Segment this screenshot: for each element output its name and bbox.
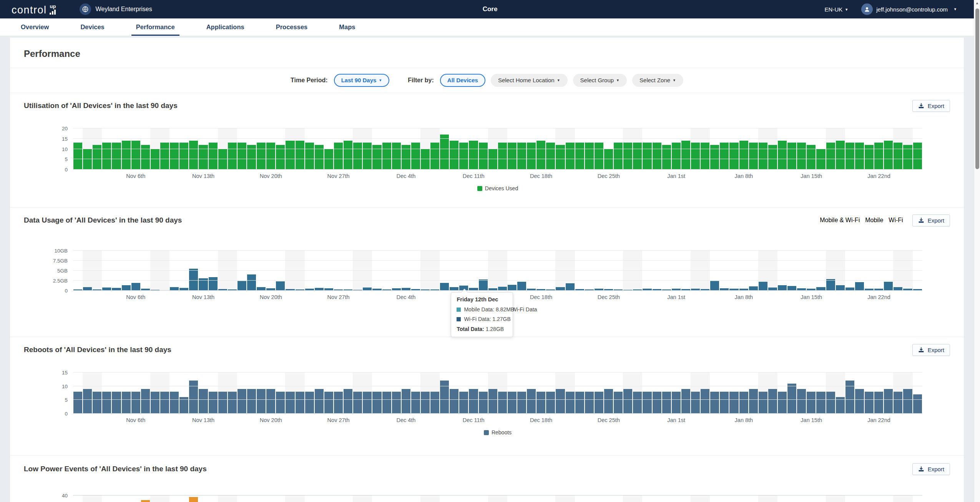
bar[interactable] — [411, 143, 420, 170]
day-column[interactable] — [835, 251, 845, 291]
bar[interactable] — [459, 392, 468, 414]
day-column[interactable] — [671, 495, 681, 502]
day-column[interactable] — [517, 495, 527, 502]
day-column[interactable] — [420, 251, 430, 291]
day-column[interactable] — [237, 372, 247, 414]
bar[interactable] — [701, 389, 709, 414]
day-column[interactable] — [478, 372, 488, 414]
bar[interactable] — [459, 143, 468, 170]
day-column[interactable] — [855, 372, 864, 414]
export-button[interactable]: Export — [912, 344, 950, 356]
day-column[interactable] — [623, 251, 633, 291]
day-column[interactable] — [392, 372, 401, 414]
day-column[interactable] — [555, 495, 565, 502]
day-column[interactable] — [141, 128, 150, 170]
day-column[interactable] — [575, 251, 585, 291]
bar[interactable] — [720, 143, 729, 170]
day-column[interactable] — [83, 372, 92, 414]
day-column[interactable] — [141, 251, 150, 291]
bar[interactable] — [296, 141, 304, 170]
bar[interactable] — [749, 389, 758, 414]
day-column[interactable] — [855, 495, 864, 502]
day-column[interactable] — [92, 128, 102, 170]
day-column[interactable] — [613, 128, 623, 170]
bar[interactable] — [633, 392, 642, 414]
bar[interactable] — [151, 149, 159, 170]
day-column[interactable] — [256, 495, 266, 502]
bar[interactable] — [430, 143, 439, 170]
day-column[interactable] — [893, 251, 903, 291]
day-column[interactable] — [440, 128, 449, 170]
day-column[interactable] — [787, 128, 797, 170]
bar[interactable] — [179, 143, 188, 170]
bar[interactable] — [131, 141, 140, 170]
bar[interactable] — [855, 389, 864, 414]
day-column[interactable] — [691, 251, 700, 291]
day-column[interactable] — [671, 251, 681, 291]
day-column[interactable] — [604, 128, 613, 170]
day-column[interactable] — [681, 128, 691, 170]
day-column[interactable] — [575, 372, 585, 414]
bar[interactable] — [102, 392, 111, 414]
day-column[interactable] — [884, 495, 893, 502]
day-column[interactable] — [806, 495, 816, 502]
day-column[interactable] — [401, 128, 411, 170]
day-column[interactable] — [835, 372, 845, 414]
day-column[interactable] — [749, 128, 758, 170]
bar[interactable] — [83, 389, 92, 414]
bar[interactable] — [836, 285, 845, 291]
day-column[interactable] — [440, 251, 449, 291]
day-column[interactable] — [468, 495, 478, 502]
day-column[interactable] — [169, 495, 179, 502]
day-column[interactable] — [845, 128, 855, 170]
bar[interactable] — [122, 285, 131, 291]
day-column[interactable] — [198, 128, 208, 170]
day-column[interactable] — [189, 495, 198, 502]
bar[interactable] — [681, 389, 690, 414]
day-column[interactable] — [903, 251, 912, 291]
bar[interactable] — [479, 279, 488, 291]
day-column[interactable] — [594, 495, 604, 502]
day-column[interactable] — [440, 495, 449, 502]
bar[interactable] — [151, 392, 159, 414]
day-column[interactable] — [478, 128, 488, 170]
bar[interactable] — [826, 392, 835, 414]
day-column[interactable] — [816, 495, 826, 502]
day-column[interactable] — [353, 251, 362, 291]
day-column[interactable] — [642, 251, 652, 291]
zone-dropdown[interactable]: Select Zone▼ — [632, 74, 683, 87]
day-column[interactable] — [324, 495, 334, 502]
day-column[interactable] — [382, 251, 392, 291]
day-column[interactable] — [845, 251, 855, 291]
day-column[interactable] — [430, 251, 440, 291]
day-column[interactable] — [131, 128, 141, 170]
day-column[interactable] — [160, 372, 169, 414]
bar[interactable] — [199, 389, 208, 414]
day-column[interactable] — [749, 495, 758, 502]
day-column[interactable] — [671, 128, 681, 170]
bar[interactable] — [759, 143, 767, 170]
bar[interactable] — [527, 389, 536, 414]
bar[interactable] — [479, 143, 488, 170]
day-column[interactable] — [83, 495, 92, 502]
tab-applications[interactable]: Applications — [202, 18, 249, 36]
day-column[interactable] — [488, 495, 498, 502]
day-column[interactable] — [131, 495, 141, 502]
day-column[interactable] — [343, 128, 353, 170]
day-column[interactable] — [517, 251, 527, 291]
day-column[interactable] — [498, 251, 507, 291]
day-column[interactable] — [228, 495, 237, 502]
day-column[interactable] — [353, 128, 362, 170]
day-column[interactable] — [189, 128, 198, 170]
day-column[interactable] — [150, 251, 160, 291]
day-column[interactable] — [652, 372, 662, 414]
day-column[interactable] — [334, 128, 343, 170]
bar[interactable] — [228, 143, 237, 170]
day-column[interactable] — [845, 372, 855, 414]
day-column[interactable] — [121, 495, 131, 502]
day-column[interactable] — [565, 128, 575, 170]
bar[interactable] — [363, 143, 372, 170]
day-column[interactable] — [565, 251, 575, 291]
day-column[interactable] — [208, 495, 218, 502]
bar[interactable] — [874, 143, 883, 170]
